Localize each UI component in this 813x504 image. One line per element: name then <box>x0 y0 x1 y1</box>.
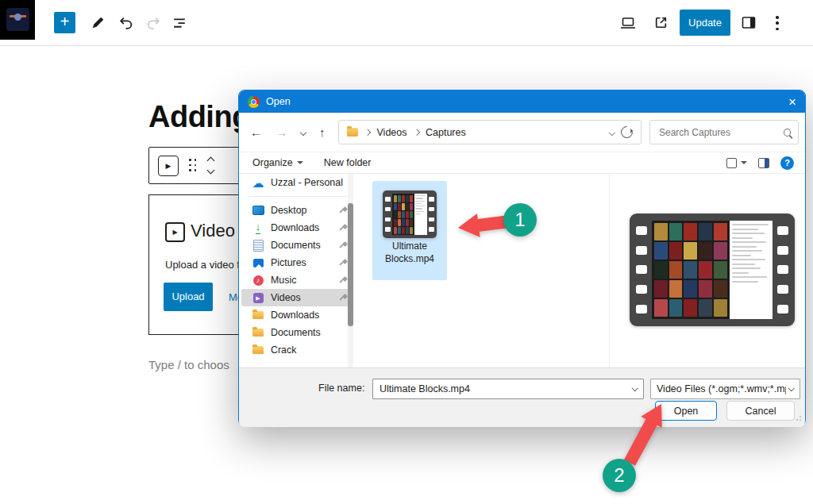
search-box[interactable] <box>649 120 799 144</box>
file-item-ultimate-blocks[interactable]: Ultimate Blocks.mp4 <box>372 181 447 280</box>
block-inserter-button[interactable]: + <box>54 12 75 33</box>
refresh-icon[interactable] <box>618 124 635 140</box>
address-dropdown-icon[interactable] <box>608 129 615 136</box>
pin-icon <box>338 223 348 233</box>
search-input[interactable] <box>657 126 784 139</box>
file-name-label: Ultimate Blocks.mp4 <box>374 240 445 265</box>
cloud-icon: ☁ <box>252 176 264 189</box>
file-type-select[interactable]: Video Files (*.ogm;*.wmv;*.mpg <box>650 379 800 399</box>
chrome-icon <box>248 96 260 108</box>
screen: + Update Adding ▶ ▶ Video <box>0 0 813 504</box>
sidebar-item-label: Crack <box>271 344 348 356</box>
breadcrumb-chevron-icon <box>364 129 371 136</box>
sidebar-item-documents[interactable]: Documents <box>241 324 353 341</box>
breadcrumb-videos[interactable]: Videos <box>377 127 407 138</box>
download-icon: ↓ <box>252 221 264 234</box>
options-kebab-menu-icon[interactable] <box>776 16 779 30</box>
folder-icon <box>252 309 264 321</box>
site-logo-image <box>6 8 29 31</box>
caret-down-icon <box>297 161 303 167</box>
address-bar[interactable]: Videos Captures <box>338 120 642 144</box>
sidebar-item-crack[interactable]: Crack <box>241 341 353 359</box>
sidebar-item-downloads[interactable]: ↓Downloads <box>241 219 353 237</box>
pin-icon <box>338 206 348 215</box>
annotation-step-2: 2 <box>614 464 624 486</box>
recent-locations-icon[interactable] <box>300 129 306 135</box>
move-up-icon[interactable] <box>206 157 214 165</box>
undo-icon[interactable] <box>118 14 134 31</box>
breadcrumb-captures[interactable]: Captures <box>426 127 466 138</box>
sidebar-item-label: Documents <box>271 327 348 338</box>
upload-button[interactable]: Upload <box>164 283 213 311</box>
folder-icon <box>347 128 358 137</box>
resize-grip[interactable] <box>793 416 801 424</box>
organize-menu[interactable]: Organize <box>252 157 303 168</box>
close-icon[interactable]: × <box>788 95 796 109</box>
sidebar-item-videos[interactable]: ▶Videos <box>241 289 353 306</box>
pin-icon <box>338 258 348 267</box>
new-folder-button[interactable]: New folder <box>324 157 372 168</box>
document-icon <box>252 239 264 252</box>
pictures-icon <box>252 256 264 269</box>
music-icon: ♪ <box>252 274 264 287</box>
list-view-icon[interactable] <box>171 14 188 31</box>
video-block-type-icon[interactable]: ▶ <box>158 156 179 176</box>
sidebar-item-label: Videos <box>271 292 332 303</box>
folder-icon <box>252 326 264 339</box>
chevron-down-icon[interactable] <box>631 385 638 391</box>
dialog-title: Open <box>266 96 291 107</box>
cancel-button[interactable]: Cancel <box>726 401 795 421</box>
pin-icon <box>338 275 348 285</box>
site-logo[interactable] <box>0 0 35 40</box>
sidebar-item-desktop[interactable]: Desktop <box>241 202 353 219</box>
file-name-input[interactable] <box>373 383 630 394</box>
sidebar-item-music[interactable]: ♪Music <box>241 271 353 289</box>
back-icon[interactable]: ← <box>250 125 262 139</box>
block-mover[interactable] <box>208 158 214 173</box>
desktop-icon <box>252 204 264 217</box>
settings-panel-toggle-icon[interactable] <box>740 14 757 31</box>
sidebar-scrollbar-thumb[interactable] <box>348 203 353 326</box>
dialog-sidebar: ☁Uzzal - PersonalDesktop↓DownloadsDocume… <box>239 174 355 367</box>
sidebar-item-label: Pictures <box>271 257 332 268</box>
file-name-combobox[interactable] <box>372 379 644 399</box>
pin-icon <box>338 293 348 302</box>
redo-icon[interactable] <box>145 14 162 31</box>
sidebar-item-documents[interactable]: Documents <box>241 237 353 254</box>
help-icon[interactable]: ? <box>780 156 794 170</box>
sidebar-item-downloads[interactable]: Downloads <box>241 306 353 324</box>
dialog-command-bar: Organize New folder ? <box>239 152 805 174</box>
preview-pane-divider <box>609 174 610 367</box>
sidebar-item-label: Downloads <box>271 222 332 233</box>
videos-icon: ▶ <box>252 291 264 304</box>
preview-pane-toggle-icon[interactable] <box>758 158 769 168</box>
chevron-down-icon <box>788 385 794 391</box>
move-down-icon[interactable] <box>206 167 214 175</box>
edit-mode-pencil-icon[interactable] <box>90 14 106 31</box>
view-mode-button[interactable] <box>726 158 747 168</box>
dialog-titlebar[interactable]: Open × <box>239 90 805 113</box>
open-button[interactable]: Open <box>655 401 717 421</box>
file-name-field-label: File name: <box>318 383 364 394</box>
view-post-external-link-icon[interactable] <box>653 14 669 31</box>
wp-editor-header: + Update <box>0 0 813 46</box>
video-file-thumbnail <box>383 190 437 238</box>
video-block-title: Video <box>191 221 235 241</box>
breadcrumb-chevron-icon <box>413 129 419 136</box>
pin-icon <box>338 240 348 250</box>
file-type-value: Video Files (*.ogm;*.wmv;*.mpg <box>651 383 786 394</box>
forward-icon[interactable]: → <box>275 125 287 139</box>
update-button[interactable]: Update <box>680 10 730 36</box>
post-title[interactable]: Adding <box>148 100 250 134</box>
sidebar-item-pictures[interactable]: Pictures <box>241 254 353 271</box>
sidebar-item-label: Music <box>271 275 332 286</box>
preview-device-icon[interactable] <box>619 14 636 31</box>
sidebar-item-uzzal-personal[interactable]: ☁Uzzal - Personal <box>241 174 353 191</box>
drag-handle-icon[interactable] <box>189 159 198 172</box>
sidebar-item-label: Uzzal - Personal <box>271 177 348 188</box>
block-appender-placeholder[interactable]: Type / to choos <box>148 358 229 371</box>
up-icon[interactable]: ↑ <box>319 125 326 139</box>
open-file-dialog: Open × ← → ↑ Videos Captures <box>238 90 806 426</box>
folder-icon <box>252 344 264 356</box>
view-mode-icon <box>726 158 737 168</box>
